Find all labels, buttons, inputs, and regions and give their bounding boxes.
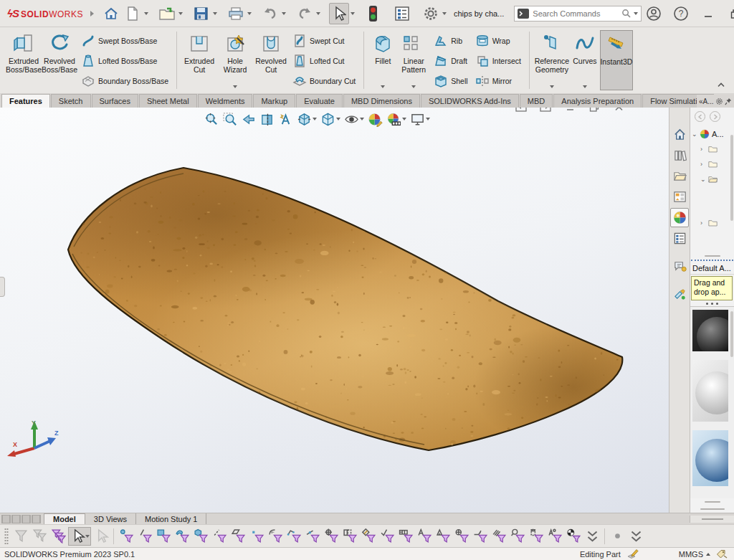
thumbnail-black-material[interactable] xyxy=(692,310,728,351)
select-dropdown[interactable] xyxy=(351,12,355,15)
draft-button[interactable]: Draft xyxy=(432,52,470,70)
lasso-select-icon[interactable] xyxy=(92,527,110,546)
apply-scene-dropdown[interactable] xyxy=(402,118,406,120)
home-button[interactable] xyxy=(101,3,121,24)
revolved-cut-button[interactable]: Revolved Cut xyxy=(253,30,289,90)
hide-show-items-button[interactable] xyxy=(343,110,365,128)
tree-item-folder[interactable]: › xyxy=(692,156,734,171)
curves-button[interactable]: Curves xyxy=(570,30,600,90)
section-view-button[interactable] xyxy=(259,110,275,128)
scroll-first-button[interactable] xyxy=(1,515,11,523)
task-pane-options-gear-icon[interactable] xyxy=(715,98,723,105)
close-document-button[interactable] xyxy=(610,108,627,114)
filter-edges-icon[interactable] xyxy=(136,527,153,546)
thumbnail-blue-material[interactable] xyxy=(692,430,728,486)
horizontal-scrollbar[interactable] xyxy=(690,516,734,523)
linear-pattern-button[interactable]: Linear Pattern xyxy=(397,30,430,90)
filter-sketch-points-icon[interactable] xyxy=(248,527,265,546)
tree-item-folder-expanded[interactable]: ⌄ xyxy=(692,171,734,186)
filter-balloons-icon[interactable] xyxy=(509,527,526,546)
filter-sketch-segments-icon[interactable] xyxy=(285,527,302,546)
filter-clear-icon[interactable] xyxy=(12,527,29,546)
mirror-button[interactable]: Mirror xyxy=(473,72,523,90)
tags-icon[interactable] xyxy=(716,549,728,559)
filter-solid-bodies-icon[interactable] xyxy=(192,527,209,546)
filter-surface-finish-icon[interactable] xyxy=(378,527,396,546)
boundary-boss-base-button[interactable]: Boundary Boss/Base xyxy=(79,72,171,90)
tab-analysis-preparation[interactable]: Analysis Preparation xyxy=(553,94,642,108)
previous-pane-button[interactable] xyxy=(513,108,530,114)
tab-mbd-dimensions[interactable]: MBD Dimensions xyxy=(343,94,420,108)
tab-markup[interactable]: Markup xyxy=(253,94,295,108)
curves-dropdown[interactable] xyxy=(583,85,587,88)
edit-appearance-button[interactable] xyxy=(367,110,383,128)
open-dropdown[interactable] xyxy=(178,12,183,15)
open-button[interactable] xyxy=(157,3,177,24)
display-style-dropdown[interactable] xyxy=(336,118,340,120)
select-button[interactable] xyxy=(329,3,349,24)
design-library-button[interactable] xyxy=(670,146,689,165)
filter-vertices-icon[interactable] xyxy=(118,527,135,546)
minimize-button[interactable] xyxy=(696,3,720,24)
filter-weld-symbols-icon[interactable] xyxy=(472,527,489,546)
solidworks-forum-button[interactable] xyxy=(670,257,689,276)
thumbnail-splitter-handle[interactable] xyxy=(690,300,734,307)
filter-faces-icon[interactable] xyxy=(155,527,172,546)
select-tool-dropdown[interactable] xyxy=(85,535,90,538)
tree-item-folder[interactable]: › xyxy=(692,141,734,156)
print-button[interactable] xyxy=(226,3,246,24)
select-tool-button[interactable] xyxy=(68,527,91,546)
tab-surfaces[interactable]: Surfaces xyxy=(92,94,138,108)
view-settings-button[interactable] xyxy=(409,110,431,128)
revolved-boss-base-button[interactable]: Revolved Boss/Base xyxy=(42,30,77,90)
lofted-boss-base-button[interactable]: Lofted Boss/Base xyxy=(79,52,171,70)
filter-hatches-icon[interactable] xyxy=(490,527,507,546)
scroll-last-button[interactable] xyxy=(32,515,41,523)
scroll-next-button[interactable] xyxy=(22,515,31,523)
solidworks-resources-home-button[interactable] xyxy=(670,125,689,144)
filter-dimensions-icon[interactable] xyxy=(360,527,377,546)
zoom-to-area-button[interactable] xyxy=(221,110,238,128)
toolbar-overflow-chevron[interactable] xyxy=(583,527,601,546)
toolbar-overflow-chevron-2[interactable] xyxy=(627,527,644,546)
panel-resize-handle[interactable] xyxy=(690,498,734,506)
graphics-viewport[interactable]: X Y Z xyxy=(0,108,669,513)
extruded-boss-base-button[interactable]: Extruded Boss/Base xyxy=(6,30,42,90)
filter-sketches-icon[interactable] xyxy=(267,527,284,546)
filter-datum-targets-icon[interactable] xyxy=(453,527,470,546)
orientation-triad[interactable]: X Y Z xyxy=(6,418,63,462)
custom-properties-button[interactable] xyxy=(670,229,689,248)
panel-splitter-handle[interactable] xyxy=(690,252,734,260)
redo-button[interactable] xyxy=(295,3,315,24)
filter-centerlines-icon[interactable] xyxy=(341,527,358,546)
pin-icon[interactable] xyxy=(725,98,732,105)
scroll-prev-button[interactable] xyxy=(11,515,21,523)
new-document-button[interactable] xyxy=(123,3,143,24)
previous-view-button[interactable] xyxy=(240,110,257,128)
toolbar-dot-handle[interactable] xyxy=(609,527,626,546)
filter-midpoints-icon[interactable] xyxy=(304,527,321,546)
filter-center-marks-icon[interactable] xyxy=(323,527,340,546)
hole-wizard-button[interactable]: Hole Wizard xyxy=(217,30,253,90)
filter-surface-bodies-icon[interactable] xyxy=(173,527,191,546)
units-selector[interactable]: MMGS xyxy=(679,550,710,559)
redo-dropdown[interactable] xyxy=(316,12,320,15)
view-orientation-button[interactable] xyxy=(296,110,318,128)
solidworks-add-ins-button[interactable] xyxy=(670,285,689,304)
reference-geometry-dropdown[interactable] xyxy=(550,85,554,88)
fillet-button[interactable]: Fillet xyxy=(368,30,397,90)
view-orientation-dropdown[interactable] xyxy=(313,118,317,120)
undo-button[interactable] xyxy=(260,3,280,24)
file-properties-button[interactable] xyxy=(392,3,412,24)
toolbar-grip[interactable] xyxy=(4,528,9,545)
hide-show-items-dropdown[interactable] xyxy=(360,118,364,120)
options-button[interactable] xyxy=(421,3,441,24)
tab-motion-study-1[interactable]: Motion Study 1 xyxy=(136,513,206,524)
wrap-button[interactable]: Wrap xyxy=(473,32,523,50)
filter-axes-icon[interactable] xyxy=(211,527,228,546)
zoom-to-fit-button[interactable] xyxy=(203,110,219,128)
save-button[interactable] xyxy=(191,3,211,24)
file-explorer-button[interactable] xyxy=(670,166,689,186)
view-palette-button[interactable] xyxy=(670,187,689,207)
filter-datums-icon[interactable] xyxy=(434,527,452,546)
